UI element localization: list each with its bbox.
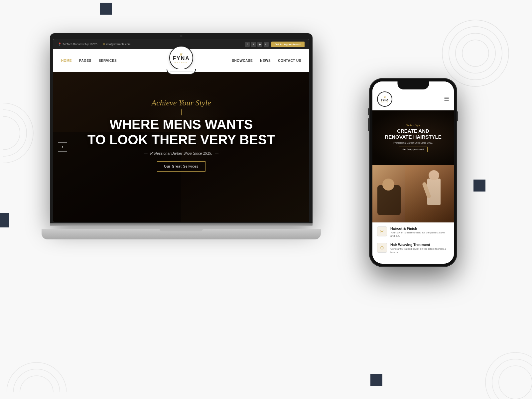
hero-subtitle: — Professional Barber Shop Since 1919. — [53,151,309,155]
phone-screen: ♛ FYNA BARBER ☰ Barber Style CREATE ANDR… [372,81,454,264]
phone-side-button-1 [457,111,458,121]
deco-square-left [0,213,9,227]
nav-showcase[interactable]: SHOWCASE [232,59,253,63]
svg-point-9 [3,116,20,150]
service-2-text: Hair Weaving Treatment Constantly traine… [390,243,449,254]
nav-right: SHOWCASE NEWS CONTACT US [232,59,301,63]
laptop-mockup: 📍 24 Tech Roqad st Ny 10023 ✉ info@examp… [50,33,316,239]
phone-hero-subtitle: Professional Barber Shop Since 1919. [393,142,433,144]
svg-point-2 [456,33,495,73]
topbar-right: f t ▶ in Get An Appointment! [245,42,305,47]
phone-mockup: ♛ FYNA BARBER ☰ Barber Style CREATE ANDR… [369,78,457,267]
facebook-icon[interactable]: f [245,42,250,47]
laptop-screen-body: 📍 24 Tech Roqad st Ny 10023 ✉ info@examp… [50,33,313,223]
nav-contact[interactable]: CONTACT US [278,59,301,63]
topbar-email: ✉ info@example.com [103,43,131,46]
hamburger-menu-icon[interactable]: ☰ [444,95,449,103]
service-2-title: Hair Weaving Treatment [390,243,449,247]
laptop-camera [180,35,183,37]
customer-figure [376,179,402,218]
youtube-icon[interactable]: ▶ [257,42,262,47]
nav-services[interactable]: SERVICES [99,59,117,63]
laptop-screen: 📍 24 Tech Roqad st Ny 10023 ✉ info@examp… [53,39,309,222]
svg-point-6 [499,366,532,399]
hero-script-divider [181,109,182,115]
svg-point-3 [462,40,489,66]
linkedin-icon[interactable]: in [264,42,269,47]
nav-news[interactable]: NEWS [260,59,271,63]
phone-logo-name: FYNA [381,99,388,101]
hero-script: Achieve Your Style [53,98,309,107]
phone-hero-script: Barber Style [406,123,421,127]
svg-point-7 [3,103,33,163]
nav-pages[interactable]: PAGES [79,59,91,63]
svg-point-1 [449,27,502,80]
phone-side-button-2 [368,108,369,115]
phone-logo-sub: BARBER [381,101,388,103]
phone-hero-cta[interactable]: Get An Appointment! [399,147,427,152]
location-icon: 📍 [58,43,62,46]
deco-circles-bottom-left [7,332,66,392]
laptop-hinge [50,223,313,226]
hero-line1: WHERE MENS WANTS [53,117,309,132]
hero-content: Achieve Your Style WHERE MENS WANTS TO L… [53,72,309,172]
site-hero: ‹ Achieve Your Style WHERE MENS WANTS TO… [53,72,309,222]
deco-circles-bottom-right [466,332,532,399]
deco-square-top [100,3,112,15]
hero-line2: TO LOOK THERE VERY BEST [53,132,309,147]
deco-square-right [473,180,485,192]
appointment-button-top[interactable]: Get An Appointment! [271,42,305,47]
phone-side-button-3 [368,118,369,131]
social-icons: f t ▶ in [245,42,269,47]
phone-hero-headline: CREATE ANDRENOVATE HAIRSTYLE [385,128,441,140]
service-item-2: ⊕ Hair Weaving Treatment Constantly trai… [377,243,449,254]
service-1-title: Haircut & Finish [390,226,449,230]
phone-hero: Barber Style CREATE ANDRENOVATE HAIRSTYL… [372,110,454,165]
phone-logo: ♛ FYNA BARBER [377,91,392,107]
barber-bg-wall [405,165,454,222]
logo-sub: BARBER [175,62,188,64]
hero-cta-button[interactable]: Our Great Services [157,161,205,172]
site-navbar: HOME PAGES SERVICES ♛ FYNA BARBER [53,49,309,72]
service-1-desc: Your stylist is there to help for the pe… [390,231,449,238]
phone-body: ♛ FYNA BARBER ☰ Barber Style CREATE ANDR… [369,78,457,267]
logo-badge: ♛ FYNA BARBER [169,46,193,70]
email-icon: ✉ [103,43,105,46]
phone-notch [397,81,429,89]
deco-circles-left [3,100,57,166]
topbar-address: 📍 24 Tech Roqad st Ny 10023 [58,43,97,46]
phone-barber-image [372,165,454,222]
laptop-notch [160,229,203,231]
service-item-1: ✂ Haircut & Finish Your stylist is there… [377,226,449,238]
twitter-icon[interactable]: t [251,42,256,47]
phone-services: ✂ Haircut & Finish Your stylist is there… [372,222,454,258]
site-logo: ♛ FYNA BARBER [167,46,196,74]
svg-point-4 [485,352,532,399]
weaving-icon: ⊕ [377,243,387,253]
topbar-left: 📍 24 Tech Roqad st Ny 10023 ✉ info@examp… [58,43,131,46]
svg-point-12 [20,376,53,392]
svg-point-0 [442,20,509,86]
svg-point-10 [7,362,66,392]
deco-square-bottom [370,374,382,386]
logo-name: FYNA [173,56,190,61]
svg-point-5 [492,359,532,399]
hero-prev-arrow[interactable]: ‹ [58,142,67,152]
hero-headline: WHERE MENS WANTS TO LOOK THERE VERY BEST [53,117,309,147]
service-1-text: Haircut & Finish Your stylist is there t… [390,226,449,238]
laptop-base [42,229,321,239]
haircut-icon: ✂ [377,226,387,236]
nav-home[interactable]: HOME [61,59,72,63]
service-2-desc: Constantly trained stylist on the latest… [390,247,449,254]
nav-left: HOME PAGES SERVICES [61,59,117,63]
